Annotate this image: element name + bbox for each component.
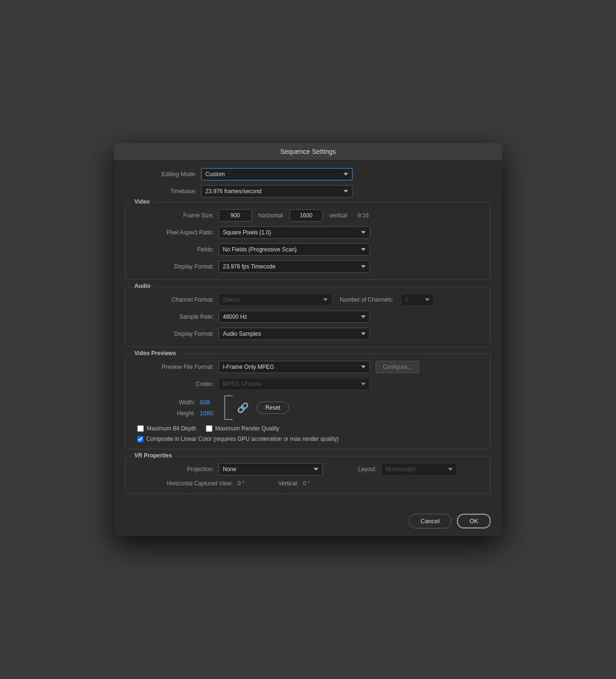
layout-area: Layout: Monoscopic — [343, 463, 457, 475]
audio-display-format-select[interactable]: Audio Samples — [219, 328, 370, 340]
dialog-footer: Cancel OK — [114, 508, 502, 536]
audio-section-title: Audio — [132, 283, 153, 289]
fields-select[interactable]: No Fields (Progressive Scan) — [219, 243, 370, 256]
width-value[interactable]: 608 — [200, 399, 210, 406]
frame-size-label: Frame Size: — [133, 212, 219, 219]
channel-format-label: Channel Format: — [133, 296, 219, 303]
codec-select: MPEG I-Frame — [219, 378, 370, 390]
configure-button[interactable]: Configure... — [376, 361, 419, 373]
sample-rate-label: Sample Rate: — [133, 313, 219, 320]
audio-display-format-row: Display Format: Audio Samples — [133, 328, 483, 340]
channel-format-row: Channel Format: Stereo Number of Channel… — [133, 294, 483, 306]
max-bit-depth-item: Maximum Bit Depth — [137, 425, 196, 432]
projection-select[interactable]: None — [219, 463, 323, 475]
sample-rate-row: Sample Rate: 48000 Hz — [133, 311, 483, 323]
video-display-format-select[interactable]: 23.976 fps Timecode — [219, 260, 370, 273]
timebase-label: Timebase: — [125, 188, 201, 195]
vertical-value: 0 ° — [303, 480, 310, 487]
width-label: Width: — [133, 399, 200, 406]
width-row: Width: 608 — [133, 399, 213, 406]
vr-properties-section: VR Properties Projection: None Layout: M… — [125, 456, 491, 494]
pixel-aspect-ratio-label: Pixel Aspect Ratio: — [133, 229, 219, 236]
horizontal-captured-label: Horizontal Captured View: — [133, 480, 238, 487]
height-label: Height: — [133, 410, 200, 417]
num-channels-select: 2 — [401, 294, 434, 306]
preview-file-format-select[interactable]: I-Frame Only MPEG — [219, 361, 370, 373]
timebase-row: Timebase: 23.976 frames/second — [125, 185, 491, 197]
dialog-body: Editing Mode: Custom Timebase: 23.976 fr… — [114, 161, 502, 508]
height-value[interactable]: 1080 — [200, 410, 213, 417]
fields-row: Fields: No Fields (Progressive Scan) — [133, 243, 483, 256]
video-display-format-row: Display Format: 23.976 fps Timecode — [133, 260, 483, 273]
max-render-quality-checkbox[interactable] — [206, 425, 212, 432]
frame-ratio: 9:16 — [358, 212, 369, 219]
video-display-format-label: Display Format: — [133, 263, 219, 270]
pixel-aspect-ratio-row: Pixel Aspect Ratio: Square Pixels (1.0) — [133, 226, 483, 239]
editing-mode-label: Editing Mode: — [125, 171, 201, 178]
horizontal-label: horizontal — [258, 212, 283, 219]
cancel-button[interactable]: Cancel — [409, 514, 451, 528]
sample-rate-select[interactable]: 48000 Hz — [219, 311, 370, 323]
frame-size-inputs: 900 horizontal 1600 vertical 9:16 — [219, 209, 369, 222]
composite-row: Composite in Linear Color (requires GPU … — [133, 436, 483, 442]
horizontal-captured-value: 0 ° — [238, 480, 245, 487]
num-channels-label: Number of Channels: — [340, 296, 393, 303]
max-bit-depth-label: Maximum Bit Depth — [147, 425, 196, 432]
horizontal-area: Horizontal Captured View: 0 ° — [133, 480, 245, 487]
projection-label: Projection: — [133, 466, 219, 473]
width-height-area: Width: 608 Height: 1080 🔗 Reset — [133, 395, 483, 420]
fields-label: Fields: — [133, 246, 219, 253]
dialog-title: Sequence Settings — [280, 148, 336, 155]
vr-section-title: VR Properties — [132, 452, 175, 459]
codec-label: Codec: — [133, 381, 219, 387]
checkboxes-row: Maximum Bit Depth Maximum Render Quality — [133, 425, 483, 432]
height-row: Height: 1080 — [133, 410, 213, 417]
video-previews-section: Video Previews Preview File Format: I-Fr… — [125, 354, 491, 449]
dialog-title-bar: Sequence Settings — [114, 143, 502, 161]
frame-size-row: Frame Size: 900 horizontal 1600 vertical… — [133, 209, 483, 222]
bracket-link-area: 🔗 — [223, 395, 249, 420]
video-section-title: Video — [132, 198, 152, 205]
channel-format-select: Stereo — [219, 294, 332, 306]
timebase-select[interactable]: 23.976 frames/second — [201, 185, 352, 197]
frame-width-input[interactable]: 900 — [219, 209, 252, 222]
bracket-icon — [223, 395, 233, 420]
audio-section: Audio Channel Format: Stereo Number of C… — [125, 286, 491, 347]
projection-area: Projection: None — [133, 463, 323, 475]
preview-file-format-label: Preview File Format: — [133, 364, 219, 370]
codec-row: Codec: MPEG I-Frame — [133, 378, 483, 390]
editing-mode-select[interactable]: Custom — [201, 168, 352, 180]
video-previews-title: Video Previews — [132, 350, 179, 357]
sequence-settings-dialog: Sequence Settings Editing Mode: Custom T… — [114, 143, 502, 536]
max-render-quality-item: Maximum Render Quality — [206, 425, 279, 432]
video-section: Video Frame Size: 900 horizontal 1600 ve… — [125, 202, 491, 280]
vertical-label: vertical — [329, 212, 347, 219]
editing-mode-row: Editing Mode: Custom — [125, 168, 491, 180]
link-icon: 🔗 — [237, 402, 249, 413]
layout-label: Layout: — [343, 466, 381, 473]
max-bit-depth-checkbox[interactable] — [137, 425, 144, 432]
projection-layout-row: Projection: None Layout: Monoscopic — [133, 463, 483, 475]
audio-display-format-label: Display Format: — [133, 331, 219, 337]
pixel-aspect-ratio-select[interactable]: Square Pixels (1.0) — [219, 226, 370, 239]
composite-linear-color-label: Composite in Linear Color (requires GPU … — [146, 436, 339, 442]
frame-height-input[interactable]: 1600 — [290, 209, 323, 222]
vertical-area: Vertical: 0 ° — [265, 480, 310, 487]
reset-button[interactable]: Reset — [256, 402, 289, 414]
composite-linear-color-checkbox[interactable] — [137, 436, 143, 442]
preview-file-format-row: Preview File Format: I-Frame Only MPEG C… — [133, 361, 483, 373]
ok-button[interactable]: OK — [457, 514, 491, 528]
max-render-quality-label: Maximum Render Quality — [215, 425, 279, 432]
vertical-label: Vertical: — [265, 480, 303, 487]
width-height-col: Width: 608 Height: 1080 — [133, 399, 213, 417]
horizontal-vertical-row: Horizontal Captured View: 0 ° Vertical: … — [133, 480, 483, 487]
audio-channels-group: Stereo Number of Channels: 2 — [219, 294, 434, 306]
layout-select: Monoscopic — [381, 463, 457, 475]
